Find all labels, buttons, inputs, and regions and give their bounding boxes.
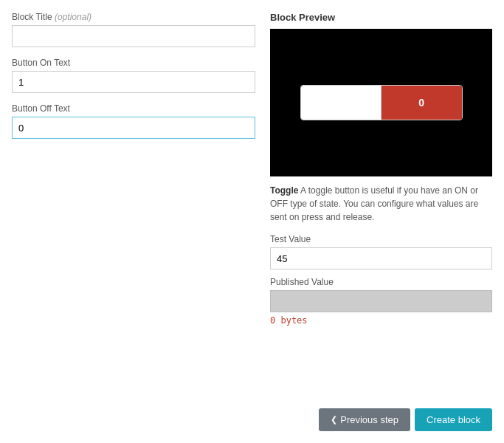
description-bold: Toggle	[270, 185, 298, 196]
left-panel: Block Title (optional) Button On Text Bu…	[12, 12, 255, 326]
preview-title: Block Preview	[270, 12, 492, 23]
chevron-left-icon: ❮	[331, 415, 337, 425]
button-off-text-group: Button Off Text	[12, 103, 255, 139]
button-on-text-input[interactable]	[12, 71, 255, 93]
block-title-input[interactable]	[12, 25, 255, 47]
toggle-off-value: 0	[418, 97, 424, 109]
right-panel: Block Preview 0 Toggle A toggle button i…	[270, 12, 492, 326]
preview-box: 0	[270, 29, 492, 176]
description-body: A toggle button is useful if you have an…	[270, 185, 478, 222]
description-text: Toggle A toggle button is useful if you …	[270, 184, 492, 224]
button-off-text-input[interactable]	[12, 117, 255, 139]
toggle-preview: 0	[300, 85, 463, 120]
published-value-label: Published Value	[270, 277, 492, 287]
bytes-text: 0 bytes	[270, 315, 492, 326]
toggle-on-side	[301, 86, 382, 120]
button-on-text-label: Button On Text	[12, 58, 255, 68]
toggle-off-side: 0	[382, 86, 462, 120]
test-value-label: Test Value	[270, 234, 492, 244]
test-value-input[interactable]	[270, 247, 492, 269]
block-title-label: Block Title (optional)	[12, 12, 255, 22]
previous-step-button[interactable]: ❮ Previous step	[319, 408, 410, 431]
create-block-label: Create block	[427, 414, 480, 425]
published-value-box	[270, 290, 492, 312]
button-on-text-group: Button On Text	[12, 58, 255, 93]
create-block-button[interactable]: Create block	[415, 408, 492, 431]
footer: ❮ Previous step Create block	[319, 408, 492, 431]
previous-step-label: Previous step	[340, 414, 398, 425]
button-off-text-label: Button Off Text	[12, 103, 255, 114]
block-title-group: Block Title (optional)	[12, 12, 255, 47]
